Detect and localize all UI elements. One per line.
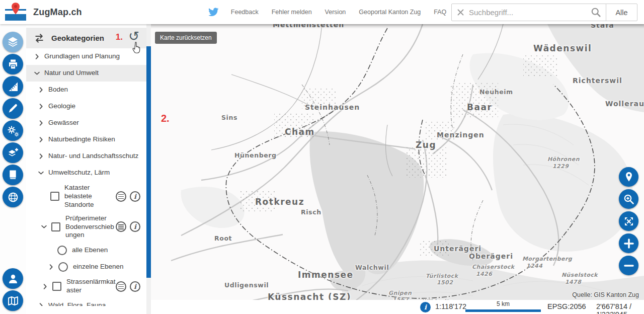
map-button[interactable] — [3, 290, 23, 311]
map-label: Menzingen — [437, 131, 485, 139]
sidebar-scrollbar-thumb[interactable] — [146, 46, 151, 278]
map-viewport[interactable]: Mettmenstetten Stäfa Wädenswil Richtersw… — [151, 24, 644, 314]
zoom-in-button[interactable] — [619, 233, 638, 253]
chevron-right-icon[interactable] — [47, 263, 55, 271]
pencil-icon — [7, 103, 19, 114]
legend-icon[interactable] — [116, 281, 126, 292]
link-geoportal[interactable]: Geoportal Kanton Zug — [359, 9, 421, 16]
tree-label: Wald, Flora, Fauna — [48, 301, 106, 306]
tree-label: Umweltschutz, Lärm — [48, 169, 110, 177]
folded-map-icon — [7, 295, 19, 307]
link-version[interactable]: Version — [325, 9, 346, 16]
map-label: Oberägeri — [469, 252, 513, 260]
header-links: Feedback Fehler melden Version Geoportal… — [231, 9, 447, 16]
map-label: Risch — [301, 208, 321, 216]
tree-item-grundlagen[interactable]: Grundlagen und Planung — [26, 48, 146, 65]
globe-button[interactable] — [3, 187, 23, 207]
map-label: Chaiserstock — [472, 264, 515, 270]
chevron-right-icon — [37, 302, 45, 306]
tree-item-geologie[interactable]: Geologie — [26, 98, 146, 115]
cursor-icon — [131, 42, 142, 54]
link-faq[interactable]: FAQ — [434, 9, 446, 16]
tree-label: Natur und Umwelt — [44, 69, 99, 77]
swap-icon[interactable] — [33, 32, 45, 44]
map-label: 1426 — [476, 271, 492, 277]
tree-item-einzelne-ebenen: einzelne Ebenen — [26, 259, 146, 275]
info-icon[interactable]: i — [130, 221, 140, 232]
map-label: 1478 — [565, 279, 581, 285]
map-label: Unterägeri — [434, 245, 481, 253]
plus-icon — [623, 238, 634, 249]
legend-icon[interactable] — [116, 221, 126, 232]
alle-ebenen-radio[interactable] — [57, 246, 67, 255]
strassenlaerm-checkbox[interactable] — [52, 282, 61, 291]
user-button[interactable] — [3, 268, 23, 289]
print-button[interactable] — [3, 54, 23, 74]
geolocate-button[interactable] — [619, 167, 638, 187]
full-extent-button[interactable] — [619, 211, 638, 231]
panel-title: Geokategorien — [51, 34, 104, 42]
tree-label: Boden — [48, 86, 68, 94]
map-pin-icon — [11, 2, 21, 15]
info-icon[interactable]: i — [130, 281, 140, 292]
map-label: Türlistock — [426, 273, 458, 279]
map-label: 1229 — [552, 163, 569, 170]
tree-label: Prüfperimeter Bodenverschiebungen — [65, 214, 116, 240]
link-fehler-melden[interactable]: Fehler melden — [272, 9, 312, 16]
info-icon[interactable]: i — [130, 191, 140, 202]
link-feedback[interactable]: Feedback — [231, 9, 259, 16]
expand-arrows-icon — [623, 215, 635, 227]
pruefperimeter-checkbox[interactable] — [51, 222, 60, 231]
map-label: Neuheim — [479, 88, 513, 96]
twitter-icon[interactable] — [208, 7, 219, 18]
map-label: Steinhausen — [305, 103, 360, 111]
chevron-down-icon[interactable] — [40, 223, 48, 230]
chevron-right-icon[interactable] — [41, 283, 49, 290]
book-button[interactable] — [3, 165, 23, 185]
zoom-rectangle-button[interactable] — [619, 189, 638, 209]
clear-search-icon[interactable] — [452, 8, 469, 17]
projection-code: EPSG:2056 — [547, 302, 586, 310]
tree-item-wald-flora-fauna[interactable]: Wald, Flora, Fauna — [26, 297, 146, 306]
minus-icon — [623, 260, 634, 271]
chevron-down-icon — [37, 169, 45, 177]
map-label: Wollerau — [605, 100, 644, 108]
legend-icon[interactable] — [116, 191, 126, 202]
status-bar: i 1:118'172 5 km EPSG:2056 2'667'814 / 1… — [151, 300, 644, 314]
tree-item-alle-ebenen: alle Ebenen — [26, 242, 146, 259]
search-input[interactable] — [469, 8, 586, 17]
annotation-step-2: 2. — [161, 113, 170, 124]
tree-label: Grundlagen und Planung — [44, 52, 120, 61]
search-icon[interactable] — [586, 7, 606, 18]
map-label: Nüselstock — [561, 272, 598, 278]
tree-item-naturbedingte-risiken[interactable]: Naturbedingte Risiken — [26, 131, 146, 148]
zoom-out-button[interactable] — [619, 256, 638, 275]
measure-button[interactable] — [3, 76, 23, 97]
tree-label: alle Ebenen — [72, 246, 108, 255]
tree-label: einzelne Ebenen — [73, 263, 124, 271]
tree-label: Gewässer — [48, 119, 79, 127]
tree-item-landschaftsschutz[interactable]: Natur- und Landschaftsschutz — [26, 148, 146, 165]
settings-button[interactable] — [3, 120, 23, 141]
zugmap-logo[interactable] — [5, 3, 26, 21]
einzelne-ebenen-radio[interactable] — [58, 262, 68, 272]
reset-map-tooltip: Karte zurücksetzen — [155, 32, 217, 44]
chevron-right-icon — [37, 86, 45, 94]
layers-button[interactable] — [3, 32, 23, 52]
add-layers-button[interactable] — [3, 142, 23, 163]
chevron-right-icon — [37, 103, 45, 110]
scalebar-label: 5 km — [465, 300, 541, 307]
search-scope-button[interactable]: Alle — [606, 4, 637, 21]
scale-info-icon[interactable]: i — [420, 302, 431, 312]
map-scale: 1:118'172 — [435, 302, 466, 310]
tree-item-boden[interactable]: Boden — [26, 82, 146, 98]
tree-item-umweltschutz-laerm[interactable]: Umweltschutz, Lärm — [26, 165, 146, 181]
tree-item-gewaesser[interactable]: Gewässer — [26, 115, 146, 131]
tree-item-natur-umwelt[interactable]: Natur und Umwelt — [26, 65, 146, 82]
map-label: Immensee — [298, 270, 354, 280]
tree-label: Geologie — [48, 102, 75, 111]
draw-button[interactable] — [3, 98, 23, 119]
kataster-checkbox[interactable] — [50, 192, 59, 201]
chevron-down-icon — [33, 69, 41, 77]
tree-label: Natur- und Landschaftsschutz — [48, 152, 138, 161]
